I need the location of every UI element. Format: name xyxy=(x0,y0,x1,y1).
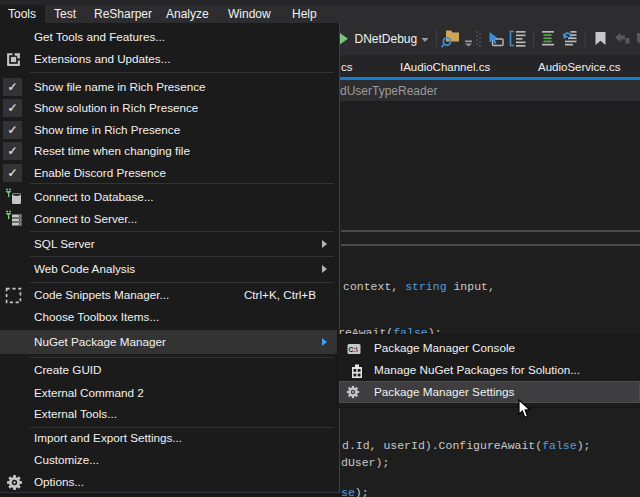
svg-text:DNetDebug: DNetDebug xyxy=(355,32,418,46)
svg-text:C:\: C:\ xyxy=(349,346,358,353)
